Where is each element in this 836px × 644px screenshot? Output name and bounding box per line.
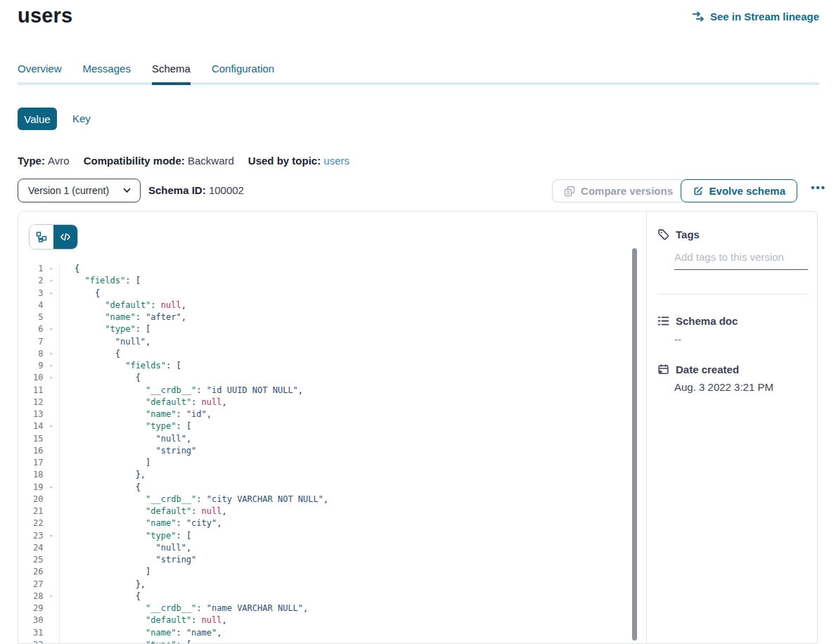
topic-link[interactable]: users: [323, 155, 349, 167]
line-number: 12: [18, 397, 43, 408]
fold-toggle-icon[interactable]: ▾: [43, 288, 59, 300]
code-line: 15"null",: [18, 433, 631, 445]
fold-spacer: [43, 397, 59, 408]
tab-schema[interactable]: Schema: [152, 63, 191, 85]
code-view-button[interactable]: [53, 225, 77, 249]
line-number: 19: [18, 482, 43, 494]
code-line: 11"__crdb__": "id UUID NOT NULL",: [18, 385, 631, 397]
calendar-plus-icon: [657, 363, 669, 375]
fold-spacer: [43, 542, 59, 554]
line-number: 18: [18, 469, 43, 481]
line-number: 13: [18, 408, 43, 420]
meta-item: Compatibility mode: Backward: [84, 155, 234, 167]
fold-spacer: [43, 385, 59, 397]
fold-spacer: [43, 433, 59, 445]
fold-toggle-icon[interactable]: ▾: [43, 323, 59, 335]
fold-toggle-icon[interactable]: ▾: [43, 275, 59, 287]
fold-spacer: [43, 554, 59, 566]
fold-toggle-icon[interactable]: ▾: [43, 530, 59, 542]
tab-key[interactable]: Key: [72, 112, 91, 124]
editor-scrollbar-thumb[interactable]: [632, 248, 637, 640]
line-number: 9: [18, 360, 43, 372]
tree-view-button[interactable]: [30, 225, 53, 249]
line-number: 27: [18, 579, 43, 591]
code-line: 4"default": null,: [18, 300, 631, 311]
meta-item: Type: Avro: [18, 155, 70, 167]
fold-spacer: [43, 505, 59, 517]
code-line: 22"name": "city",: [18, 517, 631, 529]
line-number: 20: [18, 494, 43, 505]
fold-toggle-icon[interactable]: ▾: [43, 420, 59, 432]
editor-view-toggle: [30, 225, 77, 249]
fold-toggle-icon[interactable]: ▾: [43, 263, 59, 275]
code-editor[interactable]: 1▾{2▾"fields": [3▾{4"default": null,5"na…: [18, 263, 631, 643]
chevron-down-icon: [123, 188, 131, 193]
evolve-schema-button[interactable]: Evolve schema: [681, 179, 797, 202]
line-number: 32: [18, 639, 43, 643]
line-number: 15: [18, 433, 43, 445]
code-line: 31"name": "name",: [18, 627, 631, 639]
stream-lineage-icon: [692, 11, 705, 22]
line-number: 14: [18, 420, 43, 432]
tags-section-title: Tags: [657, 228, 700, 240]
schema-panel: 1▾{2▾"fields": [3▾{4"default": null,5"na…: [18, 211, 818, 644]
code-line: 7"null",: [18, 336, 631, 348]
version-details-sidebar: Tags Schema doc --: [646, 212, 817, 643]
fold-toggle-icon[interactable]: ▾: [43, 639, 59, 643]
code-line: 27},: [18, 579, 631, 591]
code-line: 28▾{: [18, 591, 631, 603]
fold-spacer: [43, 457, 59, 469]
tree-view-icon: [36, 231, 47, 243]
code-line: 18},: [18, 469, 631, 481]
schema-doc-section-title: Schema doc: [657, 315, 738, 327]
tab-overview[interactable]: Overview: [18, 63, 62, 85]
fold-toggle-icon[interactable]: ▾: [43, 591, 59, 603]
schema-id: Schema ID: 100002: [148, 184, 244, 196]
fold-spacer: [43, 300, 59, 311]
code-line: 21"default": null,: [18, 505, 631, 517]
line-number: 2: [18, 275, 43, 287]
fold-toggle-icon[interactable]: ▾: [43, 372, 59, 384]
line-number: 5: [18, 311, 43, 323]
code-line: 13"name": "id",: [18, 408, 631, 420]
line-number: 23: [18, 530, 43, 542]
compare-versions-button[interactable]: Compare versions: [552, 179, 685, 202]
code-line: 9▾"fields": [: [18, 360, 631, 372]
fold-spacer: [43, 627, 59, 639]
line-number: 3: [18, 288, 43, 300]
fold-toggle-icon[interactable]: ▾: [43, 482, 59, 494]
code-line: 6▾"type": [: [18, 323, 631, 335]
tab-configuration[interactable]: Configuration: [212, 63, 274, 85]
schema-doc-value: --: [674, 333, 681, 345]
code-line: 20"__crdb__": "city VARCHAR NOT NULL",: [18, 494, 631, 505]
version-select[interactable]: Version 1 (current): [18, 179, 141, 202]
code-line: 1▾{: [18, 263, 631, 275]
edit-icon: [693, 186, 704, 197]
code-line: 3▾{: [18, 288, 631, 300]
stream-lineage-link[interactable]: See in Stream lineage: [692, 11, 819, 22]
tab-bar: OverviewMessagesSchemaConfiguration: [18, 63, 819, 85]
fold-spacer: [43, 517, 59, 529]
tab-messages[interactable]: Messages: [83, 63, 131, 85]
compare-versions-icon: [564, 186, 575, 197]
code-line: 19▾{: [18, 482, 631, 494]
code-line: 26]: [18, 566, 631, 578]
code-line: 10▾{: [18, 372, 631, 384]
code-view-icon: [60, 231, 71, 243]
add-tags-input[interactable]: [674, 251, 808, 270]
code-line: 30"default": null,: [18, 614, 631, 626]
code-line: 17]: [18, 457, 631, 469]
code-line: 24"null",: [18, 542, 631, 554]
tab-value[interactable]: Value: [18, 108, 57, 130]
code-line: 8▾{: [18, 348, 631, 360]
more-actions-button[interactable]: •••: [811, 181, 826, 193]
line-number: 25: [18, 554, 43, 566]
line-number: 17: [18, 457, 43, 469]
fold-toggle-icon[interactable]: ▾: [43, 360, 59, 372]
fold-spacer: [43, 469, 59, 481]
fold-spacer: [43, 445, 59, 457]
fold-toggle-icon[interactable]: ▾: [43, 348, 59, 360]
line-number: 26: [18, 566, 43, 578]
code-line: 2▾"fields": [: [18, 275, 631, 287]
schema-id-value: 100002: [209, 184, 244, 196]
